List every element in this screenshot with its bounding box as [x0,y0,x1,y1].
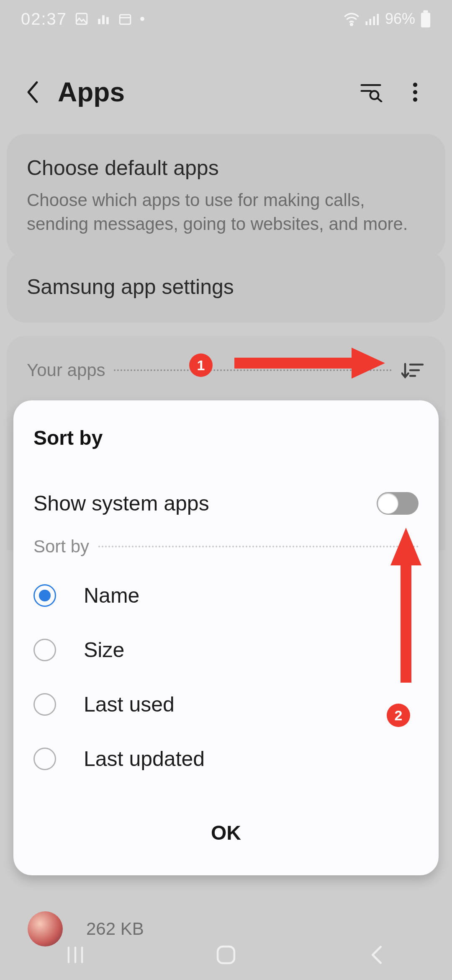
ok-button[interactable]: OK [28,811,424,854]
svg-rect-10 [377,14,379,25]
svg-rect-8 [369,19,371,25]
sort-option-label: Last updated [84,747,205,771]
bar-chart-icon [96,12,110,26]
svg-rect-11 [421,13,430,27]
dotted-divider [114,369,392,371]
battery-icon [420,10,431,28]
page-title: Apps [58,77,125,108]
wifi-icon [343,12,360,26]
sort-option-label: Name [84,583,139,608]
svg-rect-7 [365,21,367,25]
sort-option-label: Last used [84,692,175,717]
nav-back-button[interactable] [360,938,393,972]
sort-by-subhead: Sort by [33,536,89,557]
annotation-badge-2: 2 [387,704,410,727]
image-icon [74,12,89,26]
toggle-thumb [378,493,398,513]
sort-option-size[interactable]: Size [28,623,424,677]
svg-point-5 [140,17,144,21]
show-system-apps-label: Show system apps [33,491,209,516]
battery-percent: 96% [385,10,415,28]
sheet-title: Sort by [33,426,424,449]
signal-icon [365,12,380,26]
dot-icon [140,16,145,21]
status-time: 02:37 [21,10,67,28]
sort-option-label: Size [84,638,124,662]
sort-option-name[interactable]: Name [28,568,424,623]
svg-line-16 [377,98,381,101]
sort-option-last-updated[interactable]: Last updated [28,732,424,786]
show-system-apps-row[interactable]: Show system apps [28,487,424,520]
svg-rect-3 [106,17,109,24]
svg-rect-1 [98,19,100,24]
svg-rect-4 [120,15,131,24]
radio-icon [33,584,56,607]
svg-rect-9 [373,16,375,25]
svg-point-17 [413,83,417,87]
home-button[interactable] [209,938,243,972]
sort-button[interactable] [400,358,425,383]
svg-rect-31 [218,946,234,963]
svg-rect-12 [423,10,428,13]
samsung-settings-title: Samsung app settings [27,275,425,299]
navigation-bar [0,930,452,980]
status-bar: 02:37 96% [0,0,452,38]
sort-sheet: Sort by Show system apps Sort by Name Si… [13,400,439,875]
radio-icon [33,693,56,716]
dotted-divider [98,546,419,547]
svg-point-19 [413,97,417,101]
your-apps-label: Your apps [27,360,105,380]
svg-point-18 [413,90,417,94]
svg-point-6 [350,23,352,26]
default-apps-subtitle: Choose which apps to use for making call… [27,188,425,236]
annotation-badge-1: 1 [189,353,213,377]
svg-rect-2 [102,15,105,24]
default-apps-title: Choose default apps [27,156,425,180]
search-list-button[interactable] [358,80,383,105]
show-system-apps-toggle[interactable] [377,492,419,515]
page-header: Apps [0,59,452,126]
sort-option-last-used[interactable]: Last used [28,677,424,732]
back-button[interactable] [20,80,45,105]
more-options-button[interactable] [403,80,428,105]
radio-icon [33,748,56,770]
samsung-settings-card[interactable]: Samsung app settings [7,251,445,322]
default-apps-card[interactable]: Choose default apps Choose which apps to… [7,134,445,258]
calendar-icon [118,12,132,26]
radio-icon [33,639,56,661]
recents-button[interactable] [59,938,92,972]
